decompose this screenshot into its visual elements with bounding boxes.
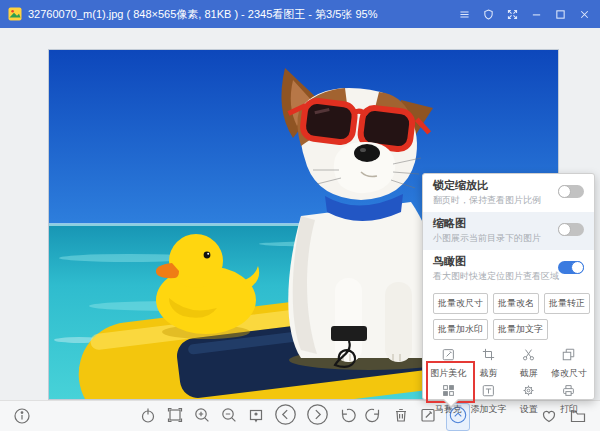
tool-label: 图片美化 bbox=[430, 367, 466, 380]
trash-icon bbox=[392, 406, 410, 428]
maximize-button[interactable] bbox=[552, 6, 568, 22]
crop-icon bbox=[481, 347, 496, 366]
printer-icon bbox=[561, 383, 576, 402]
actual-size-button[interactable] bbox=[247, 406, 265, 428]
birdseye-toggle[interactable] bbox=[558, 261, 584, 274]
rotate-right-button[interactable] bbox=[365, 406, 383, 428]
tool-screenshot[interactable]: 截屏 bbox=[509, 345, 549, 381]
prev-image-button[interactable] bbox=[274, 403, 297, 430]
tool-settings[interactable]: 设置 bbox=[509, 381, 549, 417]
scissors-icon bbox=[521, 347, 536, 366]
rotate-left-button[interactable] bbox=[338, 406, 356, 428]
tool-label: 裁剪 bbox=[479, 367, 497, 380]
zoom-out-button[interactable] bbox=[220, 406, 238, 428]
mouse-drag-icon bbox=[139, 406, 157, 428]
fullscreen-icon[interactable] bbox=[504, 6, 520, 22]
menu-icon[interactable] bbox=[456, 6, 472, 22]
tool-crop[interactable]: 裁剪 bbox=[468, 345, 508, 381]
batch-watermark-button[interactable]: 批量加水印 bbox=[433, 319, 488, 340]
toggle-row-lock-zoom: 锁定缩放比 翻页时，保持查看图片比例 bbox=[423, 174, 594, 212]
window-title: 32760070_m(1).jpg ( 848×565像素, 81KB ) - … bbox=[28, 7, 456, 22]
chevron-right-icon bbox=[306, 403, 329, 430]
fit-window-button[interactable] bbox=[166, 406, 184, 428]
tool-label: 修改尺寸 bbox=[551, 367, 587, 380]
toggle-row-birdseye: 鸟瞰图 看大图时快速定位图片查看区域 bbox=[423, 250, 594, 288]
info-button[interactable] bbox=[13, 407, 31, 429]
image-viewer-window: 32760070_m(1).jpg ( 848×565像素, 81KB ) - … bbox=[0, 0, 600, 431]
tool-label: 打印 bbox=[560, 403, 578, 416]
tool-beautify[interactable]: 图片美化 bbox=[428, 345, 468, 381]
batch-rename-button[interactable]: 批量改名 bbox=[493, 293, 539, 314]
zoom-in-button[interactable] bbox=[193, 406, 211, 428]
tool-print[interactable]: 打印 bbox=[549, 381, 589, 417]
pan-button[interactable] bbox=[139, 406, 157, 428]
tool-add-text[interactable]: 添加文字 bbox=[468, 381, 508, 417]
batch-buttons-row-2: 批量加水印 批量加文字 bbox=[423, 314, 594, 340]
app-logo-icon bbox=[8, 7, 22, 21]
thumbnail-toggle[interactable] bbox=[558, 223, 584, 236]
batch-resize-button[interactable]: 批量改尺寸 bbox=[433, 293, 488, 314]
rotate-left-icon bbox=[338, 406, 356, 428]
zoom-in-icon bbox=[193, 406, 211, 428]
minimize-button[interactable] bbox=[528, 6, 544, 22]
next-image-button[interactable] bbox=[306, 403, 329, 430]
actual-size-icon bbox=[247, 406, 265, 428]
zoom-out-icon bbox=[220, 406, 238, 428]
fit-window-icon bbox=[166, 406, 184, 428]
toggle-row-thumbnail: 缩略图 小图展示当前目录下的图片 bbox=[423, 212, 594, 250]
batch-buttons-row-1: 批量改尺寸 批量改名 批量转正 bbox=[423, 288, 594, 314]
rotate-right-icon bbox=[365, 406, 383, 428]
title-bar: 32760070_m(1).jpg ( 848×565像素, 81KB ) - … bbox=[0, 0, 600, 28]
tool-resize[interactable]: 修改尺寸 bbox=[549, 345, 589, 381]
batch-rotate-button[interactable]: 批量转正 bbox=[544, 293, 590, 314]
delete-button[interactable] bbox=[392, 406, 410, 428]
tool-label: 截屏 bbox=[520, 367, 538, 380]
close-button[interactable] bbox=[576, 6, 592, 22]
batch-add-text-button[interactable]: 批量加文字 bbox=[493, 319, 548, 340]
gear-icon bbox=[521, 383, 536, 402]
tool-label: 设置 bbox=[520, 403, 538, 416]
chevron-left-icon bbox=[274, 403, 297, 430]
beautify-icon bbox=[441, 347, 456, 366]
add-text-icon bbox=[481, 383, 496, 402]
lock-zoom-toggle[interactable] bbox=[558, 185, 584, 198]
tool-label: 添加文字 bbox=[470, 403, 506, 416]
info-icon bbox=[13, 407, 31, 429]
resize-icon bbox=[561, 347, 576, 366]
skin-icon[interactable] bbox=[480, 6, 496, 22]
view-settings-popup: 锁定缩放比 翻页时，保持查看图片比例 缩略图 小图展示当前目录下的图片 鸟瞰图 … bbox=[422, 173, 595, 400]
